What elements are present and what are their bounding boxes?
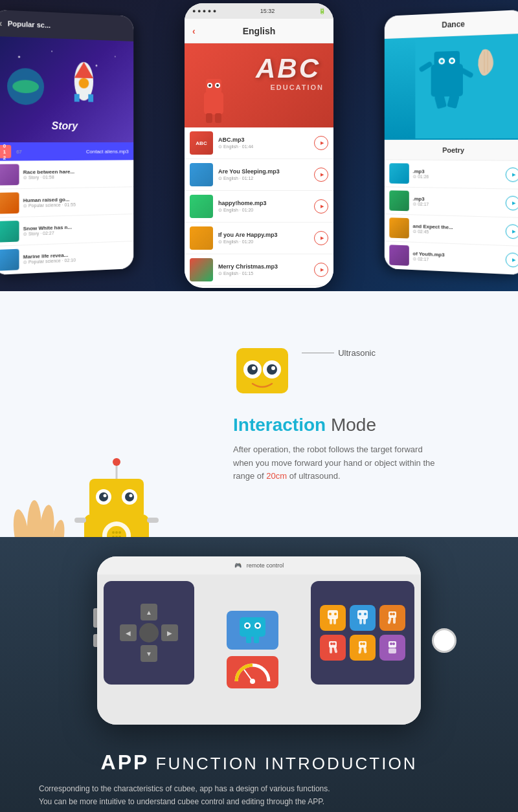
svg-point-3 (115, 56, 116, 57)
svg-point-46 (112, 531, 115, 534)
svg-point-55 (99, 492, 108, 501)
svg-rect-95 (329, 641, 337, 648)
action-icon-2[interactable] (350, 605, 376, 631)
play-button[interactable] (506, 168, 518, 182)
dance-info: .mp3 ⊙ 02:17 (413, 195, 502, 208)
song-meta: ⊙ English · 01:12 (218, 176, 309, 181)
story-item: Race between hare... ⊙ Story · 01:58 (0, 160, 133, 190)
svg-rect-61 (74, 518, 86, 523)
play-button[interactable] (506, 252, 518, 267)
phone-center: ● ● ● ● ● 15:32 🔋 ‹ English (185, 3, 333, 288)
svg-rect-19 (206, 113, 212, 123)
svg-point-1 (51, 50, 52, 52)
desc-line1: Corresponding to the characteristics of … (39, 784, 330, 793)
song-item: ABC ABC.mp3 ⊙ English · 01:44 (185, 127, 333, 159)
phone-left: ‹ Popular sc... (0, 10, 133, 275)
ultrasonic-text: Ultrasonic (338, 348, 376, 358)
interaction-title: Interaction Mode (233, 415, 376, 435)
svg-point-56 (125, 492, 134, 501)
action-row-2 (320, 635, 405, 661)
app-title-app: APP (101, 751, 150, 774)
app-func-title: APP FUNCTION INTRODUCTION (39, 751, 479, 774)
phones-container: ‹ Popular sc... (0, 0, 518, 291)
dpad-left[interactable]: ◀ (120, 624, 137, 641)
play-button[interactable] (506, 224, 518, 239)
story-thumb (0, 249, 19, 271)
play-button[interactable] (314, 168, 328, 182)
story-info: Race between hare... ⊙ Story · 01:58 (23, 168, 129, 181)
svg-rect-13 (204, 92, 223, 115)
dpad-up[interactable]: ▲ (141, 604, 157, 620)
story-item: Human raised go... ⊙ Popular science · 0… (0, 187, 133, 218)
interaction-section: Ultrasonic Interaction Mode After operat… (0, 291, 518, 537)
status-time: 15:32 (260, 8, 275, 14)
center-phone-nav: ‹ English (185, 19, 333, 43)
song-meta: ⊙ English · 01:20 (218, 208, 309, 213)
story-banner-svg: Story (0, 43, 128, 136)
svg-point-92 (392, 613, 395, 615)
action-icon-6[interactable] (379, 635, 405, 661)
play-button[interactable] (314, 263, 328, 277)
svg-point-17 (208, 84, 211, 87)
song-thumb (190, 195, 213, 218)
play-button[interactable] (506, 196, 518, 211)
action-icon-svg2 (354, 609, 372, 627)
desc-end: of ultrasound. (289, 471, 341, 481)
robot-card[interactable] (227, 611, 278, 650)
gauge-svg (230, 658, 275, 686)
desc-line2: You can be more intuitive to understand … (39, 797, 324, 806)
svg-rect-21 (415, 36, 518, 138)
action-icon-5[interactable] (350, 635, 376, 661)
status-dots: ● ● ● ● ● (192, 8, 216, 14)
abc-text: ABC (256, 53, 321, 84)
status-icons: 🔋 (319, 8, 326, 14)
interaction-inner: Ultrasonic Interaction Mode After operat… (0, 325, 518, 503)
dpad-right[interactable]: ▶ (161, 624, 178, 641)
phone-ls-status: 🎮 remote control (97, 556, 421, 575)
story-info: Human raised go... ⊙ Popular science · 0… (23, 195, 129, 208)
robot-card-svg (233, 614, 272, 646)
left-nav-title: Popular sc... (8, 19, 51, 29)
dpad-down[interactable]: ▼ (141, 645, 157, 662)
play-button[interactable] (314, 136, 328, 150)
svg-point-97 (333, 642, 335, 645)
home-button[interactable] (432, 628, 456, 653)
action-icon-1[interactable] (320, 605, 346, 631)
song-name: Are You Sleeping.mp3 (218, 168, 309, 175)
dance-meta: ⊙ 01:26 (413, 174, 502, 181)
action-icon-3[interactable] (379, 605, 405, 631)
back-arrow-icon[interactable]: ‹ (192, 26, 196, 36)
svg-point-106 (390, 642, 392, 645)
story-item: Marine life revea... ⊙ Popular science ·… (0, 241, 133, 275)
yellow-robot-svg (65, 453, 168, 537)
song-meta: ⊙ English · 01:20 (218, 239, 309, 245)
svg-rect-23 (434, 50, 459, 74)
svg-rect-90 (388, 611, 396, 618)
app-func-desc: Corresponding to the characteristics of … (39, 782, 479, 809)
story-info: Snow White has n... ⊙ Story · 02:27 (23, 223, 129, 237)
dance-list: .mp3 ⊙ 01:26 .mp3 ⊙ 02:17 an (385, 160, 518, 275)
action-icon-4[interactable] (320, 635, 346, 661)
actions-section (311, 581, 414, 685)
app-func-content: 🎮 remote control ▲ ▼ ◀ ▶ (0, 537, 518, 812)
song-meta: ⊙ English · 01:44 (218, 144, 309, 149)
right-nav-title: Dance (442, 19, 465, 30)
poetry-text: Poetry (442, 146, 464, 153)
svg-point-102 (363, 642, 365, 645)
interaction-highlight: Interaction (233, 415, 326, 435)
dance-thumb (389, 217, 409, 238)
song-info: Are You Sleeping.mp3 ⊙ English · 01:12 (218, 168, 309, 181)
middle-section (204, 581, 301, 718)
song-info: ABC.mp3 ⊙ English · 01:44 (218, 137, 309, 149)
svg-point-35 (27, 500, 41, 537)
poetry-label: Poetry (385, 140, 518, 161)
education-text: EDUCATION (270, 83, 324, 91)
dpad-center (139, 623, 159, 642)
play-button[interactable] (314, 231, 328, 245)
play-button[interactable] (314, 199, 328, 214)
center-status-bar: ● ● ● ● ● 15:32 🔋 (185, 3, 333, 19)
app-func-text: APP FUNCTION INTRODUCTION Corresponding … (0, 738, 518, 812)
svg-rect-108 (388, 648, 396, 653)
song-item: happy!home.mp3 ⊙ English · 01:20 (185, 191, 333, 223)
face-gauge[interactable] (227, 656, 278, 688)
